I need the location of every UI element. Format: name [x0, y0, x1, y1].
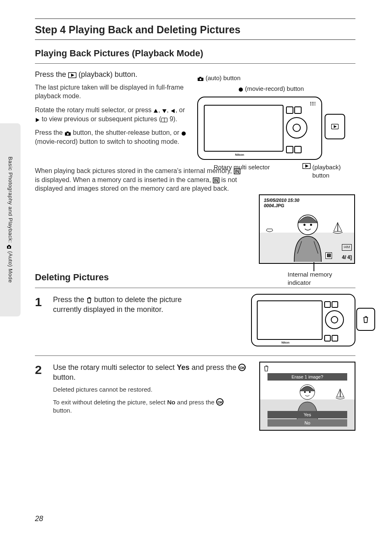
callout-line	[314, 262, 314, 271]
paragraph-1: The last picture taken will be displayed…	[35, 83, 191, 101]
svg-point-24	[304, 391, 306, 393]
svg-point-39	[304, 224, 306, 226]
svg-marker-6	[162, 109, 166, 113]
camera-diagram-2: Nikon	[220, 294, 355, 346]
playback-icon	[68, 72, 76, 78]
step-num-2: 2	[35, 362, 45, 378]
sample-lcd: 15/05/2010 15:30 0004.JPG I4M 🅸 4/ 4]	[259, 194, 355, 264]
svg-point-40	[310, 224, 312, 226]
svg-rect-12	[67, 132, 69, 133]
svg-marker-7	[171, 109, 175, 113]
erase-yes: Yes	[267, 411, 347, 418]
lcd-count: 4/ 4]	[342, 254, 352, 261]
playback-icon	[302, 163, 311, 169]
page-title: Step 4 Playing Back and Deleting Picture…	[35, 23, 355, 37]
svg-point-30	[200, 78, 201, 80]
svg-point-31	[239, 88, 243, 92]
svg-marker-37	[338, 223, 342, 231]
svg-point-2	[8, 247, 10, 248]
svg-marker-26	[337, 389, 340, 397]
label-movie: (movie-record) button	[245, 85, 304, 92]
svg-marker-4	[71, 74, 74, 77]
right-arrow-icon	[35, 118, 40, 122]
svg-point-14	[182, 132, 186, 136]
body-text: The last picture taken will be displayed…	[35, 83, 191, 146]
manual-ref-icon	[161, 118, 168, 122]
label-playback: (playback) button	[312, 163, 345, 180]
label-rotary: Rotary multi selector	[214, 163, 270, 180]
step-num-1: 1	[35, 294, 45, 311]
left-arrow-icon	[171, 108, 175, 113]
svg-marker-27	[340, 390, 344, 397]
tab-text-a: Basic Photography and Playback:	[7, 157, 14, 245]
camera-icon	[197, 76, 204, 81]
trash-icon	[86, 297, 92, 303]
svg-point-13	[67, 133, 69, 135]
camera-icon	[65, 131, 71, 136]
svg-rect-1	[8, 245, 10, 246]
rule-title	[35, 39, 355, 40]
chapter-tab: Basic Photography and Playback: (Auto) M…	[0, 123, 21, 316]
page: Basic Photography and Playback: (Auto) M…	[0, 0, 392, 540]
lcd-file: 0004.JPG	[264, 203, 299, 208]
tab-text-b: (Auto) Mode	[7, 252, 14, 283]
label-internal-memory: Internal memory indicator	[288, 270, 353, 287]
svg-marker-36	[334, 222, 338, 231]
paragraph-2: Rotate the rotary multi selector, or pre…	[35, 106, 191, 123]
erase-no: No	[267, 419, 347, 427]
page-number: 28	[35, 514, 43, 524]
step-2: 2 Use the rotary multi selector to selec…	[35, 356, 355, 440]
step-1: 1 Press the button to delete the picture…	[35, 288, 355, 356]
rule-top	[35, 18, 355, 19]
svg-marker-8	[36, 118, 39, 122]
svg-rect-29	[199, 77, 201, 78]
svg-text:OK: OK	[217, 400, 223, 404]
body-text-wide: When playing back pictures stored in the…	[35, 166, 191, 193]
lcd-internal-icon: 🅸	[325, 252, 332, 259]
step2-sub: Deleted pictures cannot be restored. To …	[53, 385, 242, 415]
lcd-badge: I4M	[342, 244, 352, 251]
svg-marker-33	[334, 125, 337, 128]
ok-button-icon: OK	[216, 398, 224, 406]
rule-section1	[35, 63, 355, 64]
ok-button-icon: OK	[238, 364, 246, 371]
svg-text:OK: OK	[240, 365, 246, 369]
svg-marker-35	[305, 164, 309, 168]
step2-lead: Use the rotary multi selector to select …	[53, 362, 249, 383]
section-playback: Playing Back Pictures (Playback Mode)	[35, 47, 355, 60]
down-arrow-icon	[162, 108, 167, 113]
record-dot-icon	[181, 131, 186, 136]
step1-text: Press the button to delete the picture c…	[53, 295, 212, 315]
label-auto: (auto) button	[205, 74, 240, 81]
camera-diagram-1: (auto) button (movie-record) button Niko…	[197, 74, 357, 180]
erase-dialog: Erase 1 image? Yes No	[257, 362, 355, 431]
svg-marker-5	[154, 109, 158, 113]
record-dot-icon	[238, 87, 243, 92]
camera-icon	[7, 245, 12, 249]
svg-point-25	[309, 391, 311, 393]
up-arrow-icon	[153, 108, 158, 113]
erase-title: Erase 1 image?	[267, 373, 347, 381]
lcd-date: 15/05/2010 15:30	[264, 198, 299, 203]
paragraph-3: Press the button, the shutter-release bu…	[35, 128, 191, 146]
